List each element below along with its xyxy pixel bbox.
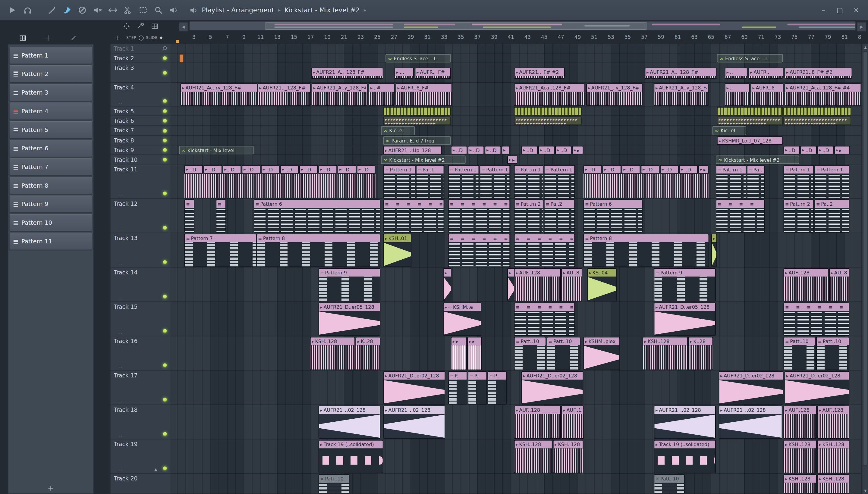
clip-ksh-128[interactable]: ▸KSH..128 [310,337,355,370]
clip-au-8[interactable]: ▸AU..8 [829,268,849,301]
pattern-item-pattern-3[interactable]: Pattern 3 [10,84,92,101]
clip-d[interactable]: ▸..D [679,165,698,173]
clip-endless-s-ace-1[interactable]: ∞Endless S..ace - 1. [717,54,783,63]
clip-wave[interactable] [184,174,376,198]
clip-endless-s-ace-1[interactable]: ∞Endless S..ace - 1. [386,54,451,63]
clip-pattern-7[interactable]: ≡Pattern 7 [184,234,257,267]
track-enable-led[interactable] [163,192,167,195]
clip-p[interactable]: ≡P.. [488,371,507,404]
clip-d[interactable]: ▸..D [468,146,484,154]
add-pattern-plus-button[interactable]: + [8,484,93,492]
pattern-item-pattern-7[interactable]: Pattern 7 [10,158,92,175]
minimize-button[interactable]: – [819,6,827,14]
clip-aufr-f[interactable]: ▸AUFR.._F# [415,68,451,79]
clip-d[interactable]: ▸..D [521,146,538,154]
clip-green[interactable]: ▸ [711,234,717,267]
clip-kic-el[interactable]: ∞Kic..el [381,126,415,135]
clip-pattern-1[interactable]: ≡Pattern 1 [814,165,849,198]
track-enable-led[interactable] [163,226,167,230]
track-resize-grip[interactable]: ·· [118,365,123,371]
clip-d[interactable]: ▸..D [337,165,356,173]
step-toggle[interactable] [138,35,144,40]
track-header-track-6[interactable]: Track 6 [111,116,171,126]
clip-aufr21-d-er05-128[interactable]: ▸AUFR21_D..er05_128 [318,302,381,336]
clip-k-28[interactable]: ▸K..28 [688,337,713,370]
track-header-track-8[interactable]: Track 8 [111,136,171,146]
clip-[interactable]: ▸..# [369,83,394,106]
track-header-track-20[interactable]: Track 20 [111,474,171,494]
clip-aufr21-8-f-2[interactable]: ▸AUFR21..8_F# #2 [784,68,852,79]
track-header-track-18[interactable]: Track 18·· [111,405,171,439]
pencil-icon[interactable] [70,34,77,41]
clip-k-28[interactable]: ▸K..28 [356,337,380,370]
scrollbar-thumb[interactable] [863,51,867,466]
clip-[interactable]: ≡ ≡ ≡ ≡ ≡ ≡ [448,234,510,267]
clip-ksh-01[interactable]: ▸KSH..01 [383,234,412,267]
clip-ksh-128[interactable]: ▸KSH..128 [553,440,584,473]
zoom-tool-icon[interactable] [154,6,163,15]
slice-tool-icon[interactable] [47,6,56,15]
clip-d[interactable]: ▸..D [299,165,318,173]
track-enable-led[interactable] [163,363,167,367]
clip-[interactable]: ≡ ≡ ≡ ≡ ≡ ≡ [383,200,444,232]
clip-[interactable]: ▸▸ [507,155,517,164]
clip-pattern[interactable]: ≡ [216,200,226,232]
track-header-track-4[interactable]: Track 4·· [111,83,171,107]
clip-d[interactable]: ▸..D [451,146,467,154]
clip-arrows[interactable]: ▶▶▶▶▶▶▶▶▶▶▶▶▶▶▶▶▶▶▶▶▶▶▶▶▶▶▶▶▶▶▶▶▶▶▶▶▶▶▶▶ [783,117,851,125]
clip-ksh-128[interactable]: ▸KSH..128 [817,474,850,494]
track-enable-led[interactable] [163,138,167,142]
clip-audio[interactable]: ▸ [507,268,515,301]
clip-pa-1[interactable]: ≡Pa..1 [416,165,444,198]
clip-steps[interactable] [717,107,783,115]
clip-d[interactable]: ▸..D [184,165,203,173]
clip-aufr21-02-128[interactable]: ▸AUFR21_..02_128 [719,405,782,439]
clip-aufr21-aca-128-f-4[interactable]: ▸AUFR21_Aca..128_F# #4 [784,83,861,106]
clip-ksh-128[interactable]: ▸KSH..128 [817,440,850,473]
pattern-item-pattern-9[interactable]: Pattern 9 [10,195,92,212]
clip-track-19-solidated[interactable]: ▸Track 19 (..solidated) [654,440,716,473]
track-enable-led[interactable] [163,119,167,123]
clip-aufr21-d-er02-128[interactable]: ▸AUFR21_D..er02_128 [521,371,584,404]
clip-aufr21-d-er02-128[interactable]: ▸AUFR21_D..er02_128 [383,371,445,404]
clip-d[interactable]: ▸..D [318,165,337,173]
track-header-track-5[interactable]: Track 5 [111,106,171,116]
clip-d[interactable]: ▸..D [261,165,280,173]
maximize-button[interactable]: ▢ [836,6,844,14]
track-header-track-17[interactable]: Track 17·· [111,371,171,405]
clip-d[interactable]: ▸..D [603,165,621,173]
clip-pattern-1[interactable]: ≡Pattern 1 [544,165,575,198]
track-resize-grip[interactable]: ·· [118,434,123,439]
clip-patt-10[interactable]: ×Patt..10 [654,474,685,494]
clip-aufr21-d-er02-128[interactable]: ▸AUFR21_D..er02_128 [719,371,783,404]
track-enable-led[interactable] [163,148,167,152]
track-resize-grip[interactable]: ·· [118,193,123,199]
play-icon[interactable] [8,6,17,15]
clip-arrows[interactable]: ▶▶▶▶▶▶▶▶▶▶▶▶▶▶▶▶▶▶▶▶▶▶▶▶▶▶▶▶▶▶▶▶▶▶▶▶▶▶▶▶ [383,117,451,125]
track-header-track-16[interactable]: Track 16·· [111,336,171,370]
slip-tool-icon[interactable] [108,6,117,15]
clip-kickstart-mix-level-2[interactable]: ∞Kickstart - Mix level #2 [716,155,799,164]
clip-pa-1[interactable]: ≡Pa..1 [747,165,765,198]
track-header-track-10[interactable]: Track 10 [111,155,171,165]
clip-aufr21-y-128-f[interactable]: ▸AUFR21_..y_128_F# [586,83,643,106]
clip-track-19-solidated[interactable]: ▸Track 19 (..solidated) [318,440,383,473]
clip-p[interactable]: ≡P.. [468,371,487,404]
clip-pattern-9[interactable]: ≡Pattern 9 [318,268,381,301]
clip-[interactable]: ≡ ≡ ≡ ≡ ≡ ≡ [514,302,575,336]
track-enable-led[interactable] [163,129,167,133]
clip-aufr21-02-128[interactable]: ▸AUFR21_..02_128 [383,405,445,439]
clip-[interactable]: ▸▸ [572,146,583,154]
clip-aufr21-aca-128-f[interactable]: ▸AUFR21_Aca..128_F# [514,83,585,106]
clip-pa-2[interactable]: ≡Pa..2 [814,200,849,232]
track-enable-led[interactable] [163,294,167,299]
mute-tool-icon[interactable] [93,6,102,15]
timeline-ruler[interactable]: 3579111315171921232527293133353739414345… [171,32,861,44]
clip-auf-128[interactable]: ▸AUF..128 [561,405,584,439]
clip-ksh-128[interactable]: ▸KSH..128 [643,337,688,370]
track-enable-led[interactable] [163,56,167,60]
clip-steps[interactable] [383,107,451,115]
clip-kshm-e[interactable]: ▸∞KSHM..e [443,302,481,336]
clip-aufr21-a-128-f[interactable]: ▸AUFR21_A.._128_F# [645,68,717,79]
clip-d[interactable]: ▸..D [584,165,602,173]
